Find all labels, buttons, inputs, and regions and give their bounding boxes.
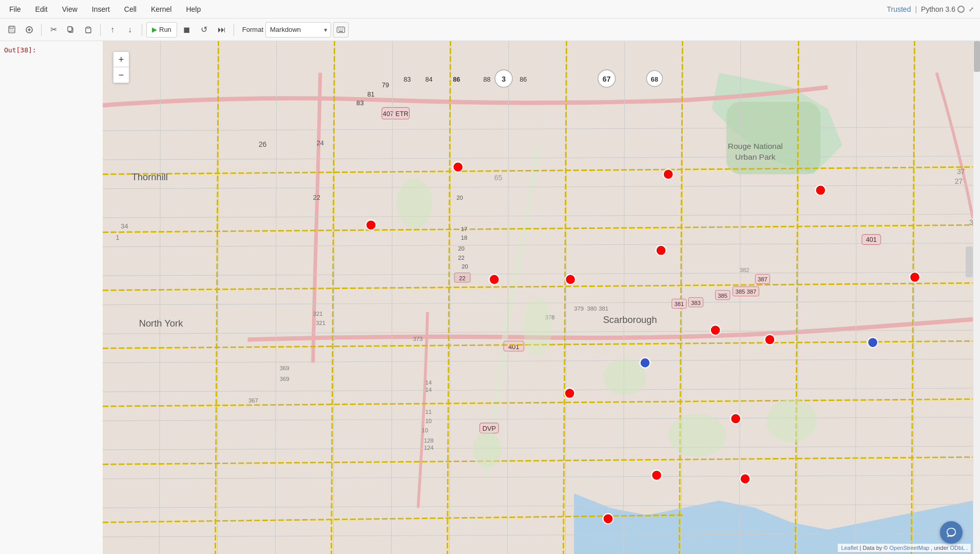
menu-cell[interactable]: Cell xyxy=(121,4,140,14)
svg-point-129 xyxy=(396,178,433,228)
copy-button[interactable] xyxy=(63,22,79,37)
chat-button[interactable] xyxy=(940,521,963,544)
svg-text:383: 383 xyxy=(691,300,701,306)
map-svg: 407 ETR 401 DVP xyxy=(103,41,973,554)
toolbar-separator-2 xyxy=(100,24,101,36)
menu-file[interactable]: File xyxy=(6,4,24,14)
trusted-label: Trusted xyxy=(887,5,911,13)
svg-rect-2 xyxy=(9,30,14,32)
svg-text:20: 20 xyxy=(462,263,468,270)
leaflet-link[interactable]: Leaflet xyxy=(841,545,858,551)
svg-text:321: 321 xyxy=(313,311,323,317)
svg-point-143 xyxy=(710,325,721,335)
format-select-wrapper[interactable]: Markdown Code Raw NBConvert Heading ▼ xyxy=(265,22,331,37)
svg-text:17: 17 xyxy=(461,226,468,232)
svg-text:321: 321 xyxy=(316,320,325,326)
svg-text:Scarborough: Scarborough xyxy=(603,314,657,325)
toolbar-separator-1 xyxy=(41,24,42,36)
move-up-button[interactable]: ↑ xyxy=(105,22,120,37)
svg-point-142 xyxy=(910,272,920,282)
svg-point-140 xyxy=(656,245,666,256)
page-scrollbar[interactable] xyxy=(973,41,980,554)
map-container[interactable]: 407 ETR 401 DVP xyxy=(103,41,973,554)
svg-text:DVP: DVP xyxy=(483,425,496,432)
expand-icon[interactable]: ⤢ xyxy=(969,6,974,13)
svg-rect-7 xyxy=(68,27,72,31)
svg-text:22: 22 xyxy=(459,275,466,281)
add-cell-above-button[interactable] xyxy=(22,22,37,37)
svg-point-146 xyxy=(731,414,741,424)
svg-text:367: 367 xyxy=(248,397,258,404)
svg-text:67: 67 xyxy=(603,75,611,83)
svg-text:83: 83 xyxy=(403,75,411,83)
paste-button[interactable] xyxy=(81,22,96,37)
svg-text:401: 401 xyxy=(508,343,519,351)
svg-text:22: 22 xyxy=(458,255,465,261)
svg-text:385: 385 xyxy=(718,293,727,299)
svg-text:86: 86 xyxy=(520,75,527,83)
svg-text:401: 401 xyxy=(866,236,877,243)
svg-text:3: 3 xyxy=(502,75,506,83)
run-button[interactable]: ▶ Run xyxy=(146,22,177,37)
menu-view[interactable]: View xyxy=(59,4,81,14)
svg-text:382: 382 xyxy=(740,267,750,273)
map-scrollbar[interactable] xyxy=(966,246,973,277)
svg-point-136 xyxy=(366,220,376,230)
svg-text:North York: North York xyxy=(139,318,184,329)
cut-button[interactable]: ✂ xyxy=(46,22,61,37)
svg-text:27: 27 xyxy=(955,177,963,185)
svg-text:34: 34 xyxy=(121,222,128,230)
svg-point-135 xyxy=(453,162,463,172)
menu-bar: File Edit View Insert Cell Kernel Help T… xyxy=(0,0,980,18)
menu-kernel[interactable]: Kernel xyxy=(148,4,175,14)
move-down-button[interactable]: ↓ xyxy=(122,22,138,37)
svg-text:84: 84 xyxy=(426,75,433,83)
zoom-in-button[interactable]: + xyxy=(113,52,129,67)
svg-rect-1 xyxy=(10,26,13,29)
format-select[interactable]: Markdown Code Raw NBConvert Heading xyxy=(265,22,331,37)
toolbar: ✂ ↑ ↓ ▶ Run ◼ ↺ ⏭ Format Markdown Code R… xyxy=(0,18,980,41)
python-info: Python 3.6 xyxy=(921,5,965,13)
cell-gutter: Out[38]: xyxy=(0,41,103,554)
run-label: Run xyxy=(159,26,171,33)
attribution-license-prefix: , under xyxy=(931,545,950,551)
svg-point-152 xyxy=(868,337,878,348)
stop-button[interactable]: ◼ xyxy=(179,22,195,37)
svg-point-148 xyxy=(740,474,751,484)
svg-text:128: 128 xyxy=(424,437,434,444)
svg-text:20: 20 xyxy=(458,245,465,252)
svg-point-144 xyxy=(765,335,775,345)
svg-point-133 xyxy=(766,399,817,443)
svg-text:10: 10 xyxy=(426,418,432,424)
svg-point-132 xyxy=(668,414,726,457)
menu-insert[interactable]: Insert xyxy=(89,4,113,14)
map-attribution: Leaflet | Data by © OpenStreetMap , unde… xyxy=(838,544,971,552)
menu-help[interactable]: Help xyxy=(183,4,204,14)
svg-text:20: 20 xyxy=(456,195,463,201)
attribution-separator: | Data by © xyxy=(859,545,889,551)
python-version: Python 3.6 xyxy=(921,5,955,13)
svg-text:10: 10 xyxy=(422,427,429,433)
svg-text:381: 381 xyxy=(675,301,684,307)
separator: | xyxy=(915,5,917,13)
menu-edit[interactable]: Edit xyxy=(32,4,51,14)
scrollbar-thumb[interactable] xyxy=(974,41,980,72)
svg-text:79: 79 xyxy=(382,81,389,89)
save-button[interactable] xyxy=(4,22,20,37)
svg-text:81: 81 xyxy=(368,90,375,98)
svg-text:Rouge National: Rouge National xyxy=(728,142,783,150)
svg-text:Urban Park: Urban Park xyxy=(735,152,776,161)
svg-point-137 xyxy=(489,274,499,284)
keyboard-shortcuts-button[interactable] xyxy=(333,22,349,37)
zoom-out-button[interactable]: − xyxy=(113,67,129,83)
svg-text:407 ETR: 407 ETR xyxy=(383,110,409,118)
svg-text:Thornhill: Thornhill xyxy=(132,171,168,182)
svg-text:394: 394 xyxy=(969,218,973,226)
fast-forward-button[interactable]: ⏭ xyxy=(214,22,229,37)
output-label: Out[38]: xyxy=(4,46,36,54)
attribution-period: . xyxy=(966,545,968,551)
svg-text:379: 379 xyxy=(574,305,584,312)
odbl-link[interactable]: ODbL xyxy=(950,545,965,551)
osm-link[interactable]: OpenStreetMap xyxy=(890,545,930,551)
restart-button[interactable]: ↺ xyxy=(197,22,212,37)
